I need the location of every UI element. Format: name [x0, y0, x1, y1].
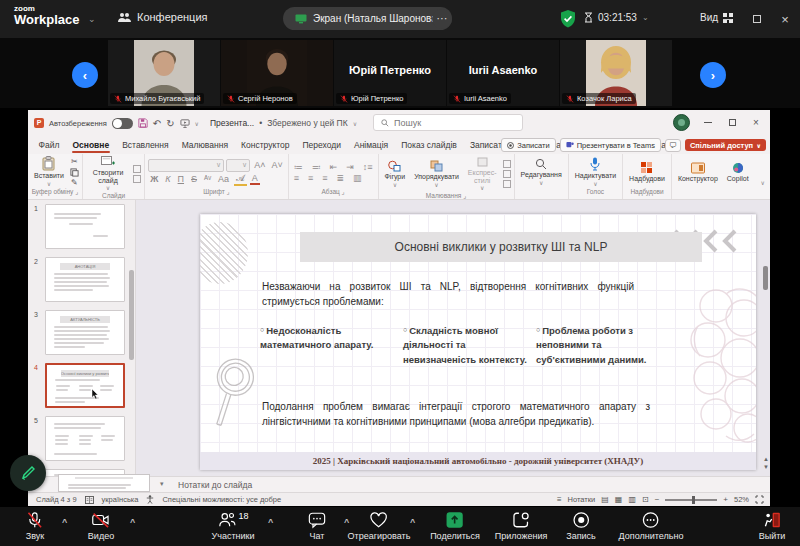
- participants-options-chevron[interactable]: ^: [268, 517, 273, 527]
- zoom-slider[interactable]: [665, 499, 717, 501]
- share-screen-button[interactable]: Поделиться: [430, 511, 480, 541]
- format-painter-icon[interactable]: ✎: [71, 179, 78, 187]
- participant-tile[interactable]: Михайло Бугаєвський: [108, 40, 220, 106]
- document-title[interactable]: Презента...: [210, 118, 254, 128]
- underline-button[interactable]: П: [176, 174, 186, 184]
- autosave-toggle[interactable]: [112, 118, 133, 129]
- font-name-combo[interactable]: ∨: [148, 159, 224, 172]
- tab-transitions[interactable]: Переходи: [296, 136, 348, 154]
- shape-effects-icon[interactable]: [503, 180, 511, 188]
- share-more-button[interactable]: ⋯: [432, 9, 452, 29]
- notes-collapse-icon[interactable]: ▾: [160, 480, 164, 488]
- redo-icon[interactable]: ↻: [166, 118, 174, 129]
- tab-design[interactable]: Конструктор: [235, 136, 296, 154]
- thumbnail-scrollbar[interactable]: [129, 270, 134, 360]
- react-button[interactable]: Отреагировать: [348, 511, 411, 541]
- copy-icon[interactable]: [70, 168, 79, 177]
- slide-bullet-3[interactable]: ○Проблема роботи з неповними та суб'єкти…: [536, 324, 662, 367]
- align-center-icon[interactable]: ≡: [306, 173, 315, 183]
- maximize-button[interactable]: [742, 0, 772, 38]
- ppt-restore-button[interactable]: [720, 110, 744, 134]
- slide-sorter-view-icon[interactable]: ▦: [615, 495, 623, 504]
- cut-icon[interactable]: ✂: [71, 158, 78, 166]
- quick-access-more-icon[interactable]: ∨: [195, 120, 199, 127]
- leave-button[interactable]: Выйти: [759, 511, 786, 541]
- notes-placeholder[interactable]: Нотатки до слайда: [178, 480, 252, 490]
- slideshow-view-icon[interactable]: ⊡: [642, 495, 649, 504]
- align-left-icon[interactable]: ≡: [292, 173, 301, 183]
- participant-tile[interactable]: Юрій Петренко Юрій Петренко: [334, 40, 446, 106]
- ppt-close-button[interactable]: ×: [744, 110, 768, 134]
- tab-home[interactable]: Основне: [66, 136, 116, 154]
- copilot-button[interactable]: Copilot: [724, 162, 752, 183]
- slide-reset-icon[interactable]: [133, 175, 141, 183]
- slide-thumbnail-4-selected[interactable]: Основні виклики у розвитку ШІ та NLP: [45, 363, 125, 408]
- normal-view-icon[interactable]: ▤: [601, 495, 609, 504]
- grow-font-icon[interactable]: A˄: [252, 160, 267, 170]
- save-icon[interactable]: [138, 118, 148, 128]
- shrink-font-icon[interactable]: A˅: [269, 160, 284, 170]
- notes-toggle-button[interactable]: Нотатки: [568, 495, 596, 504]
- audio-options-chevron[interactable]: ^: [62, 517, 67, 527]
- shape-outline-icon[interactable]: [503, 170, 511, 178]
- close-button[interactable]: ×: [770, 0, 800, 38]
- video-button[interactable]: Видео: [88, 511, 114, 541]
- meeting-tab[interactable]: Конференция: [118, 11, 207, 23]
- accessibility-status[interactable]: Спеціальні можливості: усе добре: [162, 495, 281, 504]
- numbering-icon[interactable]: ≕: [310, 162, 323, 172]
- collapse-ribbon-icon[interactable]: ∨: [761, 179, 765, 186]
- participant-tile[interactable]: Сергій Неронов: [221, 40, 333, 106]
- present-in-teams-button[interactable]: Презентувати в Teams: [560, 138, 661, 152]
- justify-icon[interactable]: ≣: [334, 173, 346, 183]
- addins-button[interactable]: Надбудови: [626, 161, 668, 183]
- indent-increase-icon[interactable]: ⇥: [344, 162, 356, 172]
- bullets-icon[interactable]: ≔: [292, 162, 305, 172]
- align-right-icon[interactable]: ≡: [320, 173, 329, 183]
- reading-view-icon[interactable]: ▥: [628, 495, 636, 504]
- ppt-minimize-button[interactable]: [696, 110, 720, 134]
- slide-nav-arrows[interactable]: ▲▼: [763, 456, 769, 472]
- zoom-percentage[interactable]: 52%: [734, 495, 749, 504]
- tab-file[interactable]: Файл: [32, 136, 66, 154]
- character-spacing-icon[interactable]: ᴬᵛ: [202, 174, 213, 184]
- zoom-out-button[interactable]: −: [655, 495, 660, 504]
- share-button[interactable]: Спільний доступ∨: [685, 139, 766, 151]
- zoom-in-button[interactable]: +: [723, 495, 728, 504]
- record-button[interactable]: Запись: [566, 511, 596, 541]
- slide-title[interactable]: Основні виклики у розвитку ШІ та NLP: [300, 232, 702, 262]
- next-participants-button[interactable]: ›: [700, 62, 726, 88]
- audio-button[interactable]: Звук: [26, 511, 44, 541]
- editing-button[interactable]: Редагування∨: [518, 158, 565, 186]
- participants-button[interactable]: 18 Участники: [212, 511, 255, 541]
- designer-button[interactable]: Конструктор: [675, 162, 721, 183]
- tab-draw[interactable]: Малювання: [175, 136, 234, 154]
- comments-icon[interactable]: 🗩: [665, 139, 681, 152]
- shape-fill-icon[interactable]: [503, 160, 511, 168]
- line-spacing-icon[interactable]: ↕≡: [361, 162, 375, 172]
- save-status[interactable]: Збережено у цей ПК: [267, 118, 347, 128]
- account-avatar[interactable]: [673, 114, 690, 131]
- slide-canvas[interactable]: Основні виклики у розвитку ШІ та NLP Нез…: [200, 214, 756, 470]
- slide-thumbnail-2[interactable]: АНОТАЦІЯ: [45, 257, 125, 302]
- participant-tile[interactable]: Козачок Лариса: [560, 40, 672, 106]
- strikethrough-button[interactable]: S: [189, 174, 199, 184]
- security-shield-icon[interactable]: [560, 10, 576, 28]
- slide-thumbnail-5[interactable]: [45, 416, 125, 461]
- slide-scrollbar[interactable]: [763, 266, 768, 290]
- language-indicator[interactable]: українська: [102, 495, 139, 504]
- tab-insert[interactable]: Вставлення: [116, 136, 175, 154]
- meeting-timer[interactable]: 03:21:53 ⌄: [584, 12, 649, 23]
- change-case-icon[interactable]: Aa: [216, 174, 231, 184]
- slide-bullet-2[interactable]: ○Складність мовної діяльності та невизна…: [403, 324, 529, 367]
- paste-button[interactable]: Вставити∨: [31, 156, 67, 187]
- annotation-pencil-button[interactable]: [10, 455, 46, 491]
- shapes-button[interactable]: Фігури∨: [382, 160, 409, 188]
- screen-share-pill[interactable]: Экран (Наталья Шаронова): [283, 7, 452, 30]
- record-button[interactable]: Записати: [501, 138, 555, 152]
- slide-intro-text[interactable]: Незважаючи на розвиток ШІ та NLP, відтво…: [262, 280, 634, 309]
- undo-icon[interactable]: ↶: [153, 118, 161, 129]
- search-input[interactable]: Пошук: [373, 114, 523, 131]
- slide-layout-icon[interactable]: [133, 165, 141, 173]
- react-options-chevron[interactable]: ^: [410, 517, 415, 527]
- slide-bullet-1[interactable]: ○Недосконалість математичного апарату.: [260, 324, 386, 353]
